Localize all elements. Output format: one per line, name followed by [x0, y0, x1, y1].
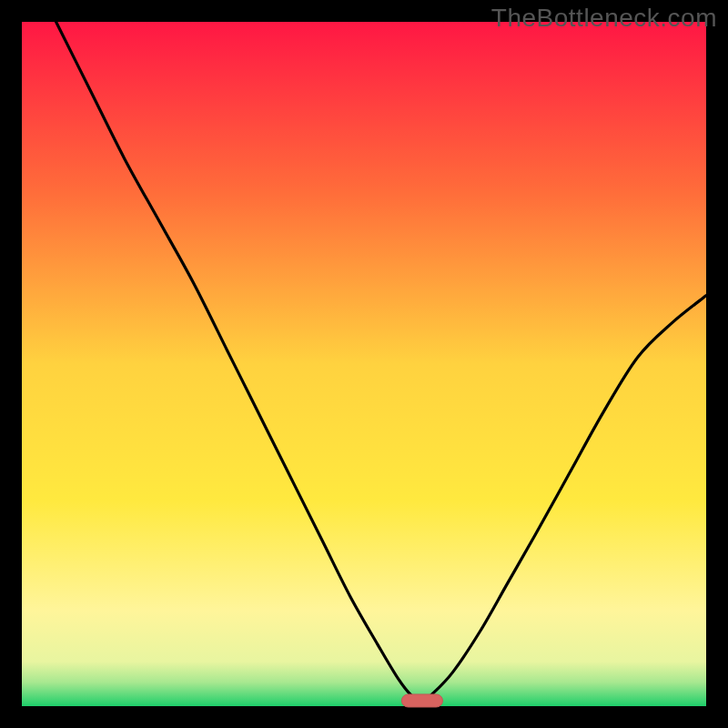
plot-area: [22, 22, 706, 706]
bottleneck-chart: [0, 0, 728, 728]
optimal-marker: [401, 694, 442, 707]
watermark-text: TheBottleneck.com: [491, 4, 717, 33]
chart-container: { "watermark": "TheBottleneck.com", "cha…: [0, 0, 728, 728]
